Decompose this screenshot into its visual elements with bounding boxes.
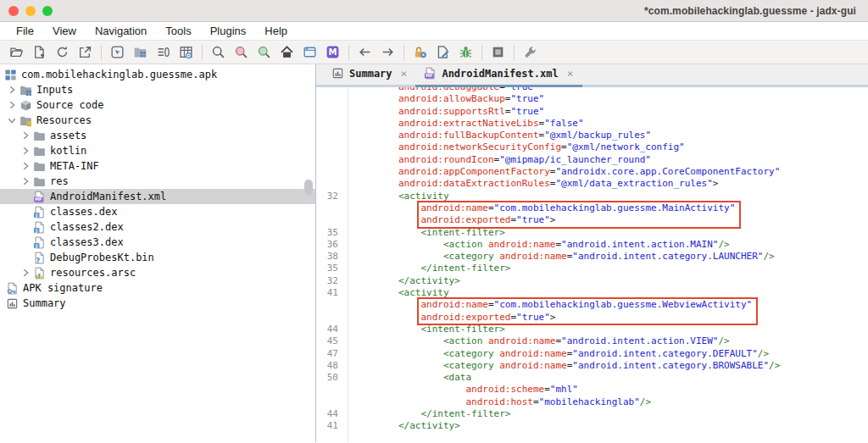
search-icon: [211, 45, 225, 59]
list-view-button[interactable]: [152, 42, 175, 63]
close-button[interactable]: [8, 6, 19, 16]
tree-item-apk-signature[interactable]: APK signature: [0, 280, 315, 296]
tree-item-label: Inputs: [36, 84, 80, 96]
add-file-icon: [32, 45, 47, 59]
tree-scrollbar-thumb[interactable]: [304, 180, 313, 195]
export-button[interactable]: [74, 42, 97, 63]
chevron-right-icon[interactable]: [19, 144, 32, 158]
refresh-icon: [55, 45, 70, 59]
tree-item-kotlin[interactable]: kotlin: [0, 143, 315, 158]
preferences-button[interactable]: [519, 42, 542, 63]
tree-item-classes2-dex[interactable]: Jclasses2.dex: [0, 219, 315, 235]
tree-item-label: classes.dex: [50, 206, 124, 218]
line-number: 45: [316, 335, 338, 347]
code-line: android:exported="true">: [420, 214, 735, 226]
doc-edit-icon: [436, 45, 450, 59]
tree-item-summary[interactable]: Summary: [0, 296, 315, 311]
tree-item-assets[interactable]: assets: [0, 128, 315, 143]
annotation-box: android:name="com.mobilehackinglab.guess…: [417, 201, 741, 229]
code-line: <data: [353, 372, 868, 384]
minimize-button[interactable]: [25, 6, 36, 16]
tree-item-debugprobeskt-bin[interactable]: ?DebugProbesKt.bin: [0, 250, 315, 265]
tree-item-com-mobilehackinglab-guessme-apk[interactable]: com.mobilehackinglab.guessme.apk: [0, 67, 315, 82]
zoom-button[interactable]: [42, 6, 53, 16]
add-files-button[interactable]: [28, 42, 51, 63]
toolbar-separator: [514, 45, 515, 60]
deobfuscation-button[interactable]: [409, 42, 431, 63]
flatten-packages-button[interactable]: [129, 42, 152, 63]
tab-androidmanifest-xml[interactable]: MFAndroidManifest.xml×: [415, 62, 581, 85]
toolbar-separator: [101, 45, 102, 60]
debugger-button[interactable]: [454, 42, 477, 63]
line-number: [316, 202, 338, 214]
tab-close-icon[interactable]: ×: [567, 67, 574, 80]
quark-report-button[interactable]: [431, 42, 454, 63]
tree-item-label: kotlin: [50, 145, 93, 157]
goto-class-button[interactable]: [106, 42, 129, 63]
tab-summary[interactable]: Summary×: [323, 62, 415, 85]
svg-text:J: J: [35, 212, 37, 218]
mappings-button[interactable]: M: [321, 42, 344, 63]
tree-item-res[interactable]: res: [0, 174, 315, 189]
tree-item-resources[interactable]: Resources: [0, 113, 315, 128]
tree-item-meta-inf[interactable]: META-INF: [0, 158, 315, 174]
code-line: <category android:name="android.intent.c…: [353, 360, 868, 372]
tab-close-icon[interactable]: ×: [401, 67, 408, 80]
tree-item-androidmanifest-xml[interactable]: MFAndroidManifest.xml: [0, 189, 315, 204]
open-file-button[interactable]: [5, 42, 28, 63]
chevron-right-icon[interactable]: [19, 266, 32, 280]
menu-navigation[interactable]: Navigation: [86, 23, 156, 39]
chevron-down-icon[interactable]: [5, 114, 19, 127]
code-line: android:scheme="mhl": [353, 384, 868, 396]
chevron-placeholder: [19, 235, 32, 249]
code-line: android:supportsRtl="true": [353, 106, 868, 118]
menu-plugins[interactable]: Plugins: [201, 23, 256, 39]
tree-item-source-code[interactable]: Source code: [0, 97, 315, 113]
back-button[interactable]: [353, 42, 376, 63]
code-line: android:allowBackup="true": [353, 93, 868, 105]
code-line: </activity>: [353, 420, 868, 432]
home-icon: [280, 45, 294, 59]
code-line: android:extractNativeLibs="false": [353, 118, 868, 130]
svg-text:J: J: [35, 227, 37, 233]
chevron-right-icon[interactable]: [5, 83, 19, 97]
titlebar: *com.mobilehackinglab.guessme - jadx-gui: [0, 0, 868, 22]
m-badge-icon: M: [326, 45, 340, 59]
new-window-button[interactable]: [298, 42, 321, 63]
tree-item-label: classes2.dex: [50, 221, 131, 233]
chevron-right-icon[interactable]: [19, 174, 32, 188]
menu-help[interactable]: Help: [255, 23, 297, 39]
text-search-button[interactable]: [207, 42, 230, 63]
menu-view[interactable]: View: [43, 23, 86, 39]
table-view-button[interactable]: [175, 42, 198, 63]
line-number: [316, 178, 338, 190]
tree-item-classes3-dex[interactable]: Jclasses3.dex: [0, 235, 315, 250]
line-number: 48: [316, 360, 338, 372]
code-editor[interactable]: 3235363835324144454748504441 android:deb…: [316, 87, 868, 442]
dark-theme-button[interactable]: [487, 42, 509, 63]
menu-tools[interactable]: Tools: [156, 23, 200, 39]
class-search-button[interactable]: [253, 42, 275, 63]
line-number: [316, 166, 338, 178]
chevron-right-icon[interactable]: [5, 98, 19, 112]
packages-icon: [133, 45, 147, 59]
chevron-right-icon[interactable]: [19, 159, 32, 173]
chevron-placeholder: [19, 251, 32, 264]
reload-files-button[interactable]: [51, 42, 74, 63]
tab-label: Summary: [349, 68, 392, 80]
chevron-right-icon[interactable]: [19, 129, 32, 142]
tree-item-inputs[interactable]: Inputs: [0, 82, 315, 97]
menu-file[interactable]: File: [7, 23, 43, 39]
line-number: [316, 118, 338, 130]
tree-item-classes-dex[interactable]: Jclasses.dex: [0, 204, 315, 219]
project-tree: com.mobilehackinglab.guessme.apkInputsSo…: [0, 64, 315, 442]
forward-button[interactable]: [376, 42, 399, 63]
code-search-button[interactable]: [230, 42, 253, 63]
svg-text:?: ?: [36, 257, 40, 264]
code-line: android:fullBackupContent="@xml/backup_r…: [353, 130, 868, 141]
line-number: [316, 141, 338, 153]
code-line: <action android:name="android.intent.act…: [353, 239, 868, 251]
tab-label: AndroidManifest.xml: [442, 68, 558, 80]
tree-item-resources-arsc[interactable]: resources.arsc: [0, 265, 315, 280]
home-button[interactable]: [275, 42, 298, 63]
